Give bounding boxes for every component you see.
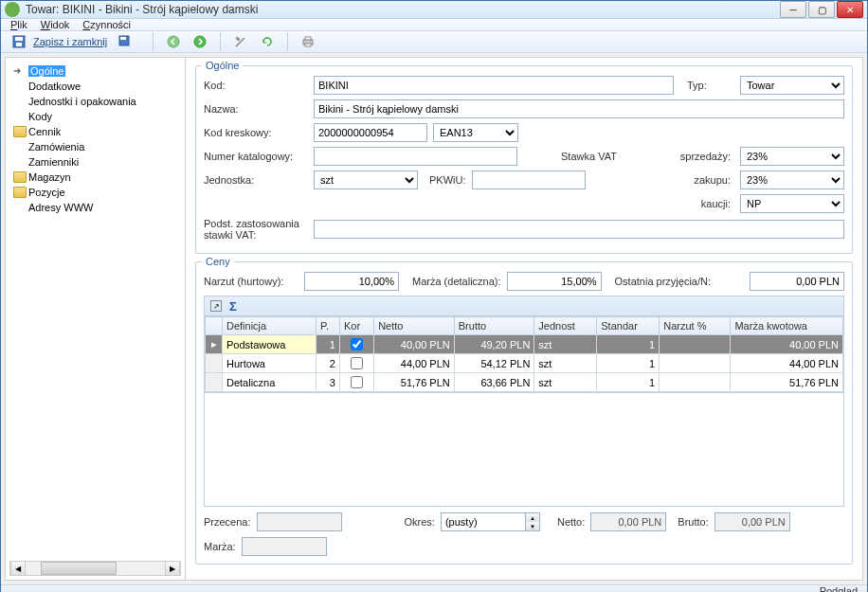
input-marza-b (242, 537, 327, 556)
spinner-down-icon[interactable]: ▼ (526, 522, 539, 530)
sidebar-item-4[interactable]: Cennik (9, 124, 181, 139)
table-cell[interactable]: Podstawowa (223, 335, 316, 354)
table-cell[interactable] (339, 354, 373, 373)
input-kod-kreskowy[interactable] (314, 123, 427, 142)
input-numer-kat[interactable] (314, 147, 517, 166)
sidebar-item-8[interactable]: Pozycje (9, 185, 181, 200)
select-vat-sprzedazy[interactable]: 23% (740, 147, 844, 166)
table-cell[interactable]: Detaliczna (223, 373, 316, 392)
scroll-left-icon[interactable]: ◀ (10, 562, 26, 575)
grid-sigma-icon[interactable]: Σ (229, 299, 237, 314)
select-kod-typ[interactable]: EAN13 (433, 123, 518, 142)
grid-col-header[interactable]: Definicja (223, 317, 316, 335)
sidebar-item-6[interactable]: Zamienniki (9, 154, 181, 170)
save-dropdown-icon[interactable] (115, 31, 136, 52)
menu-actions[interactable]: Czynności (82, 19, 131, 30)
save-icon[interactable] (9, 31, 29, 52)
table-cell[interactable]: 1 (597, 335, 660, 354)
grid-expand-icon[interactable]: ↗ (210, 300, 222, 312)
table-cell[interactable]: Hurtowa (223, 354, 316, 373)
nav-forward-icon[interactable] (190, 31, 210, 52)
status-text: Podgląd (820, 585, 858, 592)
select-typ[interactable]: Towar (740, 76, 844, 95)
sidebar-item-0[interactable]: Ogólne (9, 63, 181, 79)
table-cell[interactable]: 51,76 PLN (731, 373, 843, 392)
refresh-icon[interactable] (257, 31, 278, 52)
table-cell[interactable]: 1 (597, 354, 660, 373)
input-brutto (714, 512, 790, 531)
input-ostatnia[interactable] (750, 272, 844, 291)
sidebar-item-1[interactable]: Dodatkowe (9, 79, 181, 94)
table-cell[interactable]: 44,00 PLN (374, 354, 455, 373)
table-cell[interactable]: 54,12 PLN (454, 354, 534, 373)
input-narzut[interactable] (304, 272, 399, 291)
table-row[interactable]: ▸Podstawowa140,00 PLN49,20 PLNszt140,00 … (206, 335, 843, 354)
scroll-thumb[interactable] (41, 562, 117, 575)
grid-col-header[interactable]: Marża kwotowa (731, 317, 843, 335)
grid-toolbar: ↗ Σ (204, 296, 844, 316)
table-row[interactable]: Detaliczna351,76 PLN63,66 PLNszt151,76 P… (206, 373, 843, 392)
table-cell[interactable]: 40,00 PLN (374, 335, 455, 354)
grid-col-header[interactable]: Standar (597, 317, 660, 335)
table-cell[interactable]: szt (534, 335, 597, 354)
scroll-right-icon[interactable]: ▶ (165, 562, 180, 575)
input-nazwa[interactable] (314, 99, 844, 118)
price-grid[interactable]: DefinicjaP.KorNettoBruttoJednostStandarN… (204, 316, 844, 393)
sidebar-scrollbar[interactable]: ◀ ▶ (9, 561, 181, 576)
input-podst[interactable] (314, 220, 844, 239)
nav-back-icon[interactable] (163, 31, 184, 52)
table-cell[interactable]: szt (534, 354, 597, 373)
menu-view[interactable]: Widok (41, 19, 70, 30)
menu-file[interactable]: Plik (10, 19, 27, 30)
grid-col-header[interactable]: Narzut % (660, 317, 731, 335)
label-netto: Netto: (557, 516, 585, 528)
sidebar-item-3[interactable]: Kody (9, 109, 181, 124)
select-vat-zakupu[interactable]: 23% (740, 170, 844, 189)
input-pkwiu[interactable] (472, 170, 586, 189)
checkbox-kor[interactable] (351, 376, 363, 388)
table-cell[interactable]: 1 (597, 373, 660, 392)
close-button[interactable]: ✕ (837, 1, 863, 18)
table-cell[interactable]: 44,00 PLN (731, 354, 843, 373)
table-cell[interactable]: 51,76 PLN (374, 373, 455, 392)
sidebar-item-2[interactable]: Jednostki i opakowania (9, 94, 181, 109)
table-cell[interactable]: 49,20 PLN (454, 335, 534, 354)
input-kod[interactable] (314, 76, 674, 95)
spinner-up-icon[interactable]: ▲ (526, 513, 539, 522)
table-cell[interactable] (660, 354, 731, 373)
input-marza-det[interactable] (507, 272, 602, 291)
select-jednostka[interactable]: szt (314, 170, 418, 189)
minimize-button[interactable]: ─ (780, 1, 806, 18)
table-cell[interactable] (660, 373, 731, 392)
table-cell[interactable] (339, 373, 373, 392)
save-close-button[interactable]: Zapisz i zamknij (33, 36, 107, 47)
spinner-okres[interactable]: ▲▼ (441, 512, 540, 531)
grid-col-header[interactable]: P. (316, 317, 340, 335)
table-cell[interactable]: 40,00 PLN (731, 335, 843, 354)
checkbox-kor[interactable] (351, 338, 363, 350)
svg-point-6 (194, 36, 206, 47)
table-row[interactable]: Hurtowa244,00 PLN54,12 PLNszt144,00 PLN (206, 354, 843, 373)
table-cell[interactable]: 63,66 PLN (454, 373, 534, 392)
table-cell[interactable]: szt (534, 373, 597, 392)
sidebar-item-5[interactable]: Zamówienia (9, 139, 181, 154)
sidebar-item-7[interactable]: Magazyn (9, 170, 181, 185)
grid-col-header[interactable]: Jednost (534, 317, 597, 335)
table-cell[interactable]: 1 (316, 335, 340, 354)
sidebar-item-9[interactable]: Adresy WWW (9, 200, 181, 215)
svg-rect-9 (305, 44, 311, 46)
table-cell[interactable]: 3 (316, 373, 340, 392)
grid-col-header[interactable]: Kor (339, 317, 373, 335)
grid-col-header[interactable]: Netto (374, 317, 455, 335)
table-cell[interactable]: 2 (316, 354, 340, 373)
select-vat-kaucji[interactable]: NP (740, 194, 844, 213)
maximize-button[interactable]: ▢ (808, 1, 835, 18)
label-kaucji: kaucji: (676, 198, 734, 209)
checkbox-kor[interactable] (351, 357, 363, 369)
grid-col-header[interactable]: Brutto (454, 317, 534, 335)
tools-icon[interactable] (230, 31, 251, 52)
input-okres[interactable] (441, 512, 526, 531)
table-cell[interactable] (339, 335, 373, 354)
print-icon[interactable] (298, 31, 318, 52)
table-cell[interactable] (660, 335, 731, 354)
